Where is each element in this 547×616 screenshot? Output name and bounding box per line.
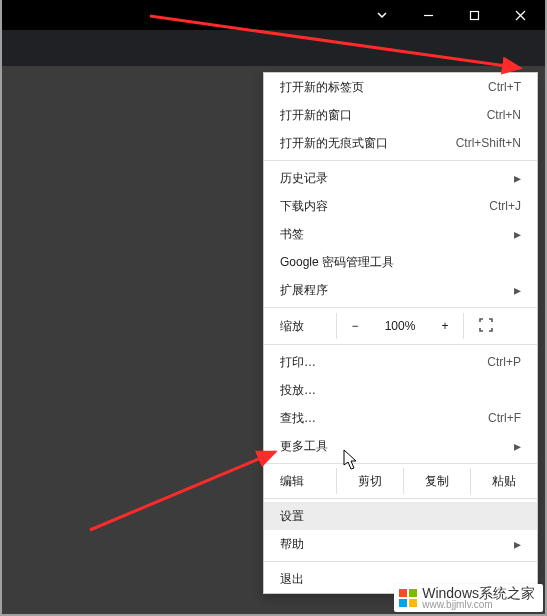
zoom-out-button[interactable]: − <box>337 319 373 333</box>
menu-extensions[interactable]: 扩展程序 ▸ <box>264 276 537 304</box>
menu-label: 更多工具 <box>280 438 328 455</box>
svg-rect-11 <box>409 589 417 597</box>
window-titlebar <box>0 0 547 30</box>
chrome-main-menu: 打开新的标签页 Ctrl+T 打开新的窗口 Ctrl+N 打开新的无痕式窗口 C… <box>263 72 538 594</box>
menu-label: 打开新的窗口 <box>280 107 352 124</box>
svg-rect-13 <box>409 599 417 607</box>
zoom-in-button[interactable]: + <box>427 319 463 333</box>
chevron-right-icon: ▸ <box>514 283 521 297</box>
menu-separator <box>264 307 537 308</box>
edit-copy-button[interactable]: 复制 <box>404 473 470 490</box>
windows-logo-icon <box>398 588 418 608</box>
svg-rect-1 <box>470 11 478 19</box>
menu-shortcut: Ctrl+N <box>487 108 521 122</box>
close-button[interactable] <box>497 0 543 30</box>
menu-password-manager[interactable]: Google 密码管理工具 <box>264 248 537 276</box>
menu-history[interactable]: 历史记录 ▸ <box>264 164 537 192</box>
menu-label: 投放… <box>280 382 316 399</box>
menu-label: 查找… <box>280 410 316 427</box>
menu-label: 扩展程序 <box>280 282 328 299</box>
menu-help[interactable]: 帮助 ▸ <box>264 530 537 558</box>
watermark-url: www.bjjmlv.com <box>422 600 535 610</box>
menu-find[interactable]: 查找… Ctrl+F <box>264 404 537 432</box>
menu-label: 打开新的无痕式窗口 <box>280 135 388 152</box>
tab-dropdown-button[interactable] <box>359 0 405 30</box>
tabstrip <box>0 30 547 66</box>
chevron-right-icon: ▸ <box>514 439 521 453</box>
menu-label: 书签 <box>280 226 304 243</box>
menu-label: 帮助 <box>280 536 304 553</box>
menu-downloads[interactable]: 下载内容 Ctrl+J <box>264 192 537 220</box>
menu-new-window[interactable]: 打开新的窗口 Ctrl+N <box>264 101 537 129</box>
menu-label: 设置 <box>280 508 304 525</box>
menu-label: 下载内容 <box>280 198 328 215</box>
menu-shortcut: Ctrl+F <box>488 411 521 425</box>
chevron-right-icon: ▸ <box>514 171 521 185</box>
menu-label: 退出 <box>280 571 304 588</box>
minimize-button[interactable] <box>405 0 451 30</box>
menu-edit-row: 编辑 剪切 复制 粘贴 <box>264 467 537 495</box>
menu-bookmarks[interactable]: 书签 ▸ <box>264 220 537 248</box>
menu-new-incognito[interactable]: 打开新的无痕式窗口 Ctrl+Shift+N <box>264 129 537 157</box>
menu-print[interactable]: 打印… Ctrl+P <box>264 348 537 376</box>
watermark: Windows系统之家 www.bjjmlv.com <box>394 584 543 612</box>
chevron-right-icon: ▸ <box>514 227 521 241</box>
menu-label: 缩放 <box>264 318 336 335</box>
svg-rect-12 <box>399 599 407 607</box>
svg-rect-10 <box>399 589 407 597</box>
menu-label: 打开新的标签页 <box>280 79 364 96</box>
menu-zoom-row: 缩放 − 100% + <box>264 311 537 341</box>
menu-label: Google 密码管理工具 <box>280 254 394 271</box>
menu-separator <box>264 160 537 161</box>
cursor-icon <box>343 449 359 471</box>
menu-separator <box>264 344 537 345</box>
menu-shortcut: Ctrl+P <box>487 355 521 369</box>
chevron-right-icon: ▸ <box>514 537 521 551</box>
menu-shortcut: Ctrl+J <box>489 199 521 213</box>
menu-shortcut: Ctrl+T <box>488 80 521 94</box>
menu-shortcut: Ctrl+Shift+N <box>456 136 521 150</box>
watermark-title: Windows系统之家 <box>422 586 535 600</box>
menu-label: 编辑 <box>264 473 336 490</box>
maximize-button[interactable] <box>451 0 497 30</box>
menu-separator <box>264 498 537 499</box>
menu-separator <box>264 463 537 464</box>
menu-cast[interactable]: 投放… <box>264 376 537 404</box>
edit-cut-button[interactable]: 剪切 <box>337 473 403 490</box>
fullscreen-button[interactable] <box>464 318 508 335</box>
menu-new-tab[interactable]: 打开新的标签页 Ctrl+T <box>264 73 537 101</box>
menu-label: 打印… <box>280 354 316 371</box>
menu-separator <box>264 561 537 562</box>
menu-more-tools[interactable]: 更多工具 ▸ <box>264 432 537 460</box>
zoom-level-value: 100% <box>373 319 427 333</box>
menu-label: 历史记录 <box>280 170 328 187</box>
edit-paste-button[interactable]: 粘贴 <box>471 473 537 490</box>
menu-settings[interactable]: 设置 <box>264 502 537 530</box>
